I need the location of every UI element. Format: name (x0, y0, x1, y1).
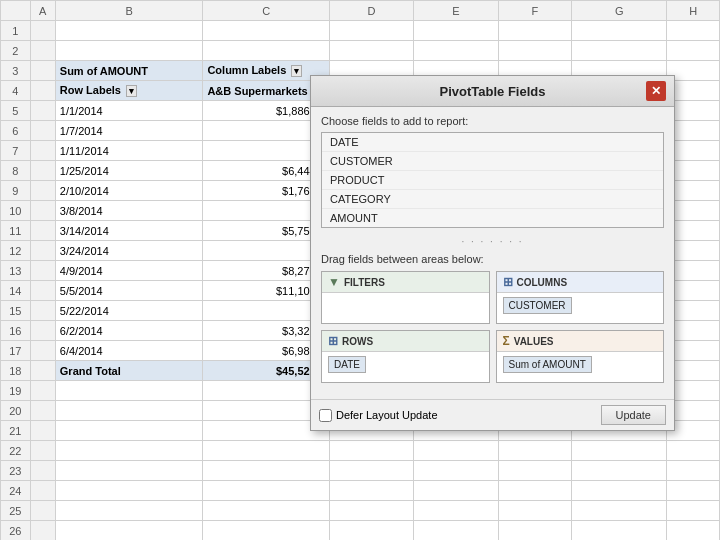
date-1-7: 1/7/2014 (55, 121, 203, 141)
row-25: 25 (1, 501, 720, 521)
date-3-8: 3/8/2014 (55, 201, 203, 221)
rows-label: ROWS (342, 336, 373, 347)
col-header-a: A (30, 1, 55, 21)
filters-area: ▼ FILTERS (321, 271, 490, 324)
rows-content: DATE (322, 352, 489, 382)
defer-label: Defer Layout Update (336, 409, 438, 421)
defer-checkbox[interactable] (319, 409, 332, 422)
filters-header: ▼ FILTERS (322, 272, 489, 293)
col-header-f: F (498, 1, 572, 21)
filters-label: FILTERS (344, 277, 385, 288)
row-24: 24 (1, 481, 720, 501)
col-header-g: G (572, 1, 667, 21)
values-area: Σ VALUES Sum of AMOUNT (496, 330, 665, 383)
field-date[interactable]: DATE (322, 133, 663, 152)
pivot-panel-titlebar: PivotTable Fields ✕ (311, 76, 674, 107)
row-2: 2 (1, 41, 720, 61)
pivot-footer: Defer Layout Update Update (311, 399, 674, 430)
sum-of-amount-label: Sum of AMOUNT (55, 61, 203, 81)
rows-date-tag[interactable]: DATE (328, 356, 366, 373)
values-content: Sum of AMOUNT (497, 352, 664, 382)
pivot-panel-title: PivotTable Fields (339, 84, 646, 99)
columns-header: ⊞ COLUMNS (497, 272, 664, 293)
row-labels-cell: Row Labels ▾ (55, 81, 203, 101)
field-category[interactable]: CATEGORY (322, 190, 663, 209)
date-5-22: 5/22/2014 (55, 301, 203, 321)
date-1-11: 1/11/2014 (55, 141, 203, 161)
values-label: VALUES (514, 336, 554, 347)
column-labels-dropdown[interactable]: ▾ (291, 65, 302, 77)
field-product[interactable]: PRODUCT (322, 171, 663, 190)
fields-section-label: Choose fields to add to report: (321, 115, 664, 127)
pivot-panel-body: Choose fields to add to report: DATE CUS… (311, 107, 674, 399)
fields-list: DATE CUSTOMER PRODUCT CATEGORY AMOUNT (321, 132, 664, 228)
col-header-h: H (667, 1, 720, 21)
close-button[interactable]: ✕ (646, 81, 666, 101)
areas-label: Drag fields between areas below: (321, 253, 664, 265)
col-header-b: B (55, 1, 203, 21)
row-22: 22 (1, 441, 720, 461)
row-26: 26 (1, 521, 720, 541)
columns-content: CUSTOMER (497, 293, 664, 323)
drag-hint: · · · · · · · (321, 236, 664, 247)
rows-area: ⊞ ROWS DATE (321, 330, 490, 383)
columns-label: COLUMNS (517, 277, 568, 288)
col-header-c: C (203, 1, 330, 21)
date-6-2: 6/2/2014 (55, 321, 203, 341)
update-button[interactable]: Update (601, 405, 666, 425)
row-1: 1 (1, 21, 720, 41)
columns-customer-tag[interactable]: CUSTOMER (503, 297, 572, 314)
date-1-25: 1/25/2014 (55, 161, 203, 181)
defer-checkbox-container: Defer Layout Update (319, 409, 438, 422)
filters-content (322, 293, 489, 323)
date-3-14: 3/14/2014 (55, 221, 203, 241)
areas-grid: ▼ FILTERS ⊞ COLUMNS CUSTOMER ⊞ ROWS (321, 271, 664, 383)
date-3-24: 3/24/2014 (55, 241, 203, 261)
columns-icon: ⊞ (503, 275, 513, 289)
columns-area: ⊞ COLUMNS CUSTOMER (496, 271, 665, 324)
field-amount[interactable]: AMOUNT (322, 209, 663, 227)
date-4-9: 4/9/2014 (55, 261, 203, 281)
corner-cell (1, 1, 31, 21)
grand-total-label: Grand Total (55, 361, 203, 381)
filter-icon: ▼ (328, 275, 340, 289)
rows-icon: ⊞ (328, 334, 338, 348)
column-header-row: A B C D E F G H (1, 1, 720, 21)
field-customer[interactable]: CUSTOMER (322, 152, 663, 171)
values-icon: Σ (503, 334, 510, 348)
values-header: Σ VALUES (497, 331, 664, 352)
date-2-10: 2/10/2014 (55, 181, 203, 201)
date-1-1: 1/1/2014 (55, 101, 203, 121)
values-sum-amount-tag[interactable]: Sum of AMOUNT (503, 356, 592, 373)
date-6-4: 6/4/2014 (55, 341, 203, 361)
pivot-panel: PivotTable Fields ✕ Choose fields to add… (310, 75, 675, 431)
row-23: 23 (1, 461, 720, 481)
rows-header: ⊞ ROWS (322, 331, 489, 352)
date-5-5: 5/5/2014 (55, 281, 203, 301)
col-header-d: D (329, 1, 413, 21)
row-labels-dropdown[interactable]: ▾ (126, 85, 137, 97)
col-header-e: E (414, 1, 498, 21)
